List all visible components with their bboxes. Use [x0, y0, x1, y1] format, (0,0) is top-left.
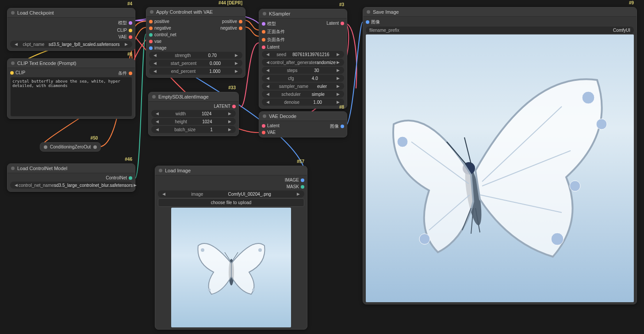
output-image[interactable]: 图像	[330, 123, 344, 130]
end-percent-widget[interactable]: ◀end_percent1.000▶	[149, 68, 242, 75]
input-latent[interactable]: Latent	[262, 44, 285, 50]
collapse-dot[interactable]	[159, 169, 162, 172]
input-positive[interactable]: positive	[149, 19, 176, 24]
ckpt-name-widget[interactable]: ◀ ckpt_name sd3.5_large_fp8_scaled.safet…	[10, 41, 132, 48]
node-header[interactable]: VAE Decode	[259, 112, 347, 121]
arrow-left-icon[interactable]: ◀	[153, 69, 157, 73]
arrow-left-icon[interactable]: ◀	[265, 84, 270, 88]
output-positive[interactable]: positive	[220, 19, 242, 24]
collapse-dot[interactable]	[152, 95, 156, 99]
node-save-image[interactable]: #9 Save Image 图像 filename_prefix ComfyUI	[363, 7, 637, 304]
node-graph-canvas[interactable]: #4 Load Checkpoint 模型 CLIP VAE ◀ ckpt_na…	[0, 0, 644, 334]
input-latent[interactable]: Latent	[262, 123, 280, 129]
arrow-left-icon[interactable]: ◀	[265, 92, 270, 96]
node-header[interactable]: Load Checkpoint	[8, 8, 135, 18]
batch-widget[interactable]: ◀batch_size1▶	[151, 126, 236, 133]
filename-prefix-widget[interactable]: filename_prefix ComfyUI	[366, 27, 634, 34]
arrow-right-icon[interactable]: ▶	[227, 119, 232, 124]
port-dot-icon[interactable]	[44, 145, 47, 149]
node-load-image[interactable]: #57 Load Image IMAGE MASK ◀imageComfyUI_…	[155, 166, 307, 330]
arrow-right-icon[interactable]: ▶	[234, 53, 239, 57]
input-positive[interactable]: 正面条件	[262, 28, 285, 35]
input-negative[interactable]: 负面条件	[262, 36, 285, 43]
arrow-left-icon[interactable]: ◀	[153, 61, 157, 65]
input-clip[interactable]: CLIP	[10, 70, 25, 76]
node-ksampler[interactable]: #3 KSampler 模型 正面条件 负面条件 Latent Latent ◀…	[259, 9, 347, 109]
steps-widget[interactable]: ◀steps30▶	[262, 67, 344, 74]
collapse-dot[interactable]	[11, 61, 15, 65]
sampler-name-widget[interactable]: ◀sampler_nameeuler▶	[262, 83, 344, 90]
port-dot-icon[interactable]	[93, 145, 97, 149]
image-name-widget[interactable]: ◀imageComfyUI_00204_.png▶	[158, 190, 304, 197]
output-conditioning[interactable]: 条件	[118, 70, 132, 77]
input-vae[interactable]: vae	[149, 38, 176, 44]
strength-widget[interactable]: ◀strength0.70▶	[149, 52, 242, 59]
output-mask[interactable]: MASK	[287, 184, 304, 190]
node-header[interactable]: EmptySD3LatentImage	[149, 92, 238, 102]
input-control-net[interactable]: control_net	[149, 32, 176, 38]
collapse-dot[interactable]	[263, 12, 266, 15]
arrow-right-icon[interactable]: ▶	[336, 60, 341, 65]
control-after-generate-widget[interactable]: ◀control_after_generaterandomize▶	[262, 59, 344, 66]
node-header[interactable]: Load ControlNet Model	[8, 164, 135, 173]
arrow-left-icon[interactable]: ◀	[155, 111, 160, 116]
node-load-controlnet[interactable]: #46 Load ControlNet Model ControlNet ◀ c…	[7, 163, 135, 192]
output-latent[interactable]: Latent	[326, 20, 344, 26]
arrow-right-icon[interactable]: ▶	[133, 183, 138, 187]
arrow-left-icon[interactable]: ◀	[161, 192, 166, 196]
input-model[interactable]: 模型	[262, 20, 285, 27]
input-image[interactable]: image	[149, 45, 176, 51]
arrow-left-icon[interactable]: ◀	[155, 119, 160, 124]
output-latent[interactable]: LATENT	[214, 103, 236, 109]
node-clip-text-encode[interactable]: #6 CLIP Text Encode (Prompt) CLIP 条件 cry…	[7, 58, 135, 119]
cfg-widget[interactable]: ◀cfg4.0▶	[262, 75, 344, 82]
arrow-left-icon[interactable]: ◀	[265, 100, 270, 104]
node-header[interactable]: Save Image	[363, 8, 636, 17]
controlnet-name-widget[interactable]: ◀ control_net_name sd3.5_large_controlne…	[10, 182, 132, 189]
prompt-textarea[interactable]: crystal butterfly above the sea, white, …	[10, 77, 132, 117]
arrow-right-icon[interactable]: ▶	[234, 61, 239, 65]
arrow-left-icon[interactable]: ◀	[265, 60, 270, 65]
height-widget[interactable]: ◀height1024▶	[151, 118, 236, 125]
input-vae[interactable]: VAE	[262, 129, 280, 135]
arrow-right-icon[interactable]: ▶	[336, 100, 341, 104]
seed-widget[interactable]: ◀seed807619139761216▶	[262, 51, 344, 58]
denoise-widget[interactable]: ◀denoise1.00▶	[262, 99, 344, 106]
arrow-left-icon[interactable]: ◀	[153, 53, 157, 57]
collapse-dot[interactable]	[263, 114, 266, 118]
arrow-right-icon[interactable]: ▶	[296, 192, 301, 196]
arrow-right-icon[interactable]: ▶	[227, 127, 232, 132]
arrow-right-icon[interactable]: ▶	[336, 92, 341, 96]
arrow-right-icon[interactable]: ▶	[336, 76, 341, 80]
start-percent-widget[interactable]: ◀start_percent0.000▶	[149, 60, 242, 67]
node-conditioning-zero-out[interactable]: #50 ConditioningZeroOut	[40, 142, 101, 152]
output-vae[interactable]: VAE	[119, 34, 132, 40]
scheduler-widget[interactable]: ◀schedulersimple▶	[262, 91, 344, 98]
arrow-right-icon[interactable]: ▶	[234, 69, 239, 73]
collapse-dot[interactable]	[11, 167, 15, 170]
input-image[interactable]: 图像	[366, 19, 634, 26]
arrow-left-icon[interactable]: ◀	[265, 52, 270, 57]
output-model[interactable]: 模型	[118, 19, 132, 27]
arrow-left-icon[interactable]: ◀	[155, 127, 160, 132]
node-header[interactable]: Load Image	[155, 166, 307, 175]
arrow-left-icon[interactable]: ◀	[265, 68, 270, 72]
node-vae-decode[interactable]: #8 VAE Decode Latent VAE 图像	[259, 111, 347, 137]
arrow-right-icon[interactable]: ▶	[336, 68, 341, 72]
arrow-right-icon[interactable]: ▶	[336, 84, 341, 88]
arrow-left-icon[interactable]: ◀	[14, 42, 19, 46]
node-load-checkpoint[interactable]: #4 Load Checkpoint 模型 CLIP VAE ◀ ckpt_na…	[7, 8, 135, 51]
arrow-right-icon[interactable]: ▶	[124, 42, 129, 46]
width-widget[interactable]: ◀width1024▶	[151, 110, 236, 117]
output-image[interactable]: IMAGE	[285, 177, 304, 183]
input-negative[interactable]: negative	[149, 25, 176, 31]
node-apply-controlnet[interactable]: #44 [DEPR] Apply Controlnet with VAE pos…	[146, 7, 245, 78]
output-clip[interactable]: CLIP	[117, 27, 132, 33]
node-header[interactable]: CLIP Text Encode (Prompt)	[8, 59, 135, 68]
arrow-left-icon[interactable]: ◀	[14, 183, 19, 187]
node-empty-latent[interactable]: #33 EmptySD3LatentImage LATENT ◀width102…	[148, 92, 239, 136]
node-header[interactable]: Apply Controlnet with VAE	[146, 8, 245, 17]
collapse-dot[interactable]	[150, 10, 153, 14]
upload-button[interactable]: choose file to upload	[158, 198, 304, 207]
collapse-dot[interactable]	[367, 10, 370, 14]
